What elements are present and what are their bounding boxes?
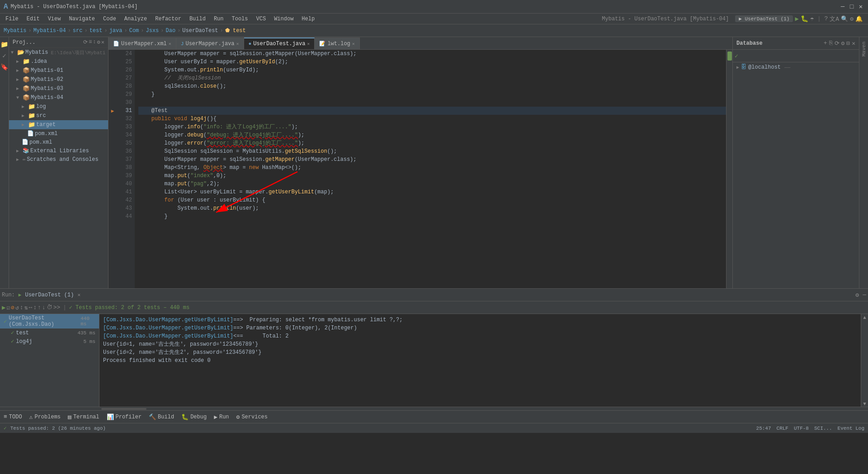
- sidebar-settings-btn[interactable]: ⚙: [97, 39, 100, 46]
- run-more-btn[interactable]: >>: [53, 304, 61, 311]
- run-test-item-log4j[interactable]: ✓ log4j 5 ms: [0, 337, 99, 346]
- run-scroll-up-btn[interactable]: ↑: [38, 304, 41, 311]
- bottom-tool-build[interactable]: 🔨 Build: [149, 413, 174, 421]
- menu-build[interactable]: Build: [186, 15, 209, 23]
- sidebar-sort-btn[interactable]: ↕: [93, 39, 96, 46]
- menu-tools[interactable]: Tools: [228, 15, 252, 23]
- tree-item-mybatis04[interactable]: ▼ 📦 Mybatis-04: [9, 93, 108, 102]
- db-btn-settings[interactable]: ⚙: [841, 40, 845, 47]
- run-tab-close[interactable]: ✕: [77, 292, 80, 298]
- tab-close-usermapper-xml[interactable]: ✕: [169, 41, 171, 47]
- window-controls[interactable]: ─ □ ✕: [839, 3, 864, 10]
- scroll-indicator[interactable]: [726, 50, 732, 288]
- tab-userdaotest-java[interactable]: ● UserDaoTest.java ✕: [244, 38, 315, 49]
- status-branch[interactable]: SCI...: [814, 426, 832, 431]
- status-line-ending[interactable]: CRLF: [777, 426, 788, 431]
- run-collapse-btn[interactable]: ↕: [33, 304, 37, 311]
- maven-icon[interactable]: Maven: [860, 39, 868, 59]
- run-output-scrollbar[interactable]: ▲ ▼: [861, 314, 868, 407]
- run-clock-btn[interactable]: ⏱: [47, 304, 52, 311]
- output-scroll-down[interactable]: ▼: [863, 401, 866, 407]
- tab-close-usermapper-java[interactable]: ✕: [236, 41, 239, 47]
- translate-btn[interactable]: 文A: [830, 15, 839, 23]
- breadcrumb-com[interactable]: Com: [129, 28, 139, 34]
- menu-refactor[interactable]: Refactor: [151, 15, 185, 23]
- db-btn-copy[interactable]: ⎘: [829, 40, 833, 47]
- run-play-btn[interactable]: ▶: [2, 304, 5, 311]
- run-sort-btn1[interactable]: ↕: [20, 304, 24, 311]
- status-encoding[interactable]: UTF-8: [794, 426, 809, 431]
- run-rerun-btn[interactable]: ↺: [15, 304, 19, 311]
- code-editor[interactable]: UserMapper mapper = sqlSession.getMapper…: [135, 50, 726, 288]
- bottom-tool-problems[interactable]: ⚠ Problems: [29, 413, 61, 421]
- settings-btn[interactable]: ⚙: [850, 15, 854, 23]
- commit-icon[interactable]: ✓: [2, 52, 6, 60]
- notifications-btn[interactable]: 🔔: [855, 15, 863, 23]
- run-sort-btn2[interactable]: ⇅: [24, 304, 28, 311]
- breadcrumb-userdaotest[interactable]: UserDaoTest: [182, 28, 218, 34]
- bottom-tool-profiler[interactable]: 📊 Profiler: [107, 413, 142, 421]
- sidebar-close-btn[interactable]: ✕: [101, 39, 104, 46]
- tree-item-pom2[interactable]: 📄 pom.xml: [9, 138, 108, 146]
- event-log-link[interactable]: Event Log: [838, 426, 864, 431]
- run-scroll-down-btn[interactable]: ↓: [42, 304, 46, 311]
- tree-item-mybatis03[interactable]: ▶ 📦 Mybatis-03: [9, 84, 108, 93]
- run-settings-btn[interactable]: ⚙: [855, 291, 859, 299]
- menu-code[interactable]: Code: [99, 15, 120, 23]
- bottom-tool-run[interactable]: ▶ Run: [214, 413, 229, 421]
- db-btn-add[interactable]: +: [824, 40, 827, 47]
- run-test-item-test[interactable]: ✓ test 435 ms: [0, 329, 99, 337]
- breadcrumb-test[interactable]: test: [90, 28, 103, 34]
- search-everywhere-btn[interactable]: 🔍: [841, 15, 848, 23]
- db-btn-filter[interactable]: ⊟: [846, 40, 850, 47]
- sidebar-config-btn[interactable]: ≡: [89, 39, 92, 46]
- debug-btn[interactable]: 🐛: [801, 15, 808, 23]
- breadcrumb-dao[interactable]: Dao: [166, 28, 176, 34]
- run-output[interactable]: [Com.Jsxs.Dao.UserMapper.getUserByLimit]…: [99, 314, 861, 407]
- bookmark-icon[interactable]: 🔖: [0, 63, 8, 71]
- run-test-item-main[interactable]: ✓ UserDaoTest (Com.Jsxs.Dao) 440 ms: [0, 314, 99, 329]
- breadcrumb-mybatis04[interactable]: Mybatis-04: [33, 28, 66, 34]
- tree-item-pom1[interactable]: 📄 pom.xml: [9, 129, 108, 138]
- tab-close-lwt-log[interactable]: ✕: [352, 41, 355, 47]
- menu-help[interactable]: Help: [298, 15, 318, 23]
- db-btn-close[interactable]: ✕: [852, 40, 855, 47]
- close-btn[interactable]: ✕: [857, 3, 864, 10]
- menu-window[interactable]: Window: [270, 15, 297, 23]
- run-stop-btn[interactable]: ⊘: [11, 304, 14, 311]
- menu-file[interactable]: File: [2, 15, 22, 23]
- tree-item-mybatis01[interactable]: ▶ 📦 Mybatis-01: [9, 66, 108, 75]
- sidebar-sync-btn[interactable]: ⟳: [83, 39, 88, 46]
- db-check-icon[interactable]: ✓: [735, 52, 738, 60]
- tab-close-userdaotest-java[interactable]: ✕: [307, 41, 310, 47]
- breadcrumb-jsxs[interactable]: Jsxs: [146, 28, 159, 34]
- menu-edit[interactable]: Edit: [23, 15, 43, 23]
- run-checkbox-btn[interactable]: ☑: [6, 304, 10, 311]
- tab-usermapper-java[interactable]: J UserMapper.java ✕: [176, 38, 244, 49]
- breadcrumb-method[interactable]: ⬟ test: [225, 27, 246, 34]
- output-scroll-up[interactable]: ▲: [863, 315, 866, 320]
- tree-item-target[interactable]: ▶ 📁 target: [9, 120, 108, 129]
- db-btn-refresh[interactable]: ⟳: [835, 40, 840, 47]
- menu-navigate[interactable]: Navigate: [65, 15, 99, 23]
- tree-item-scratches[interactable]: ▶ ✏ Scratches and Consoles: [9, 155, 108, 164]
- tree-item-idea[interactable]: ▶ 📁 .idea: [9, 57, 108, 66]
- tree-item-mybatis02[interactable]: ▶ 📦 Mybatis-02: [9, 75, 108, 84]
- db-localhost-item[interactable]: ▶ 🗄 @localhost ——: [733, 62, 859, 72]
- breadcrumb-java[interactable]: java: [109, 28, 123, 34]
- tab-lwt-log[interactable]: 📝 lwt.log ✕: [315, 38, 359, 49]
- tree-item-log[interactable]: ▶ 📁 log: [9, 102, 108, 111]
- minimize-btn[interactable]: ─: [839, 3, 846, 10]
- menu-vcs[interactable]: VCS: [253, 15, 270, 23]
- menu-view[interactable]: View: [44, 15, 65, 23]
- breadcrumb-mybatis[interactable]: Mybatis: [4, 28, 26, 34]
- help-btn[interactable]: ?: [825, 15, 828, 22]
- run-expand-btn[interactable]: ↔: [29, 304, 33, 311]
- bottom-tool-services[interactable]: ⚙ Services: [236, 413, 268, 421]
- run-minimize-btn[interactable]: —: [863, 291, 866, 298]
- breadcrumb-src[interactable]: src: [73, 28, 83, 34]
- output-h-scrollbar[interactable]: [0, 407, 868, 410]
- run-btn[interactable]: ▶: [795, 15, 798, 23]
- bottom-tool-todo[interactable]: ≡ TODO: [4, 413, 22, 420]
- maximize-btn[interactable]: □: [848, 3, 855, 10]
